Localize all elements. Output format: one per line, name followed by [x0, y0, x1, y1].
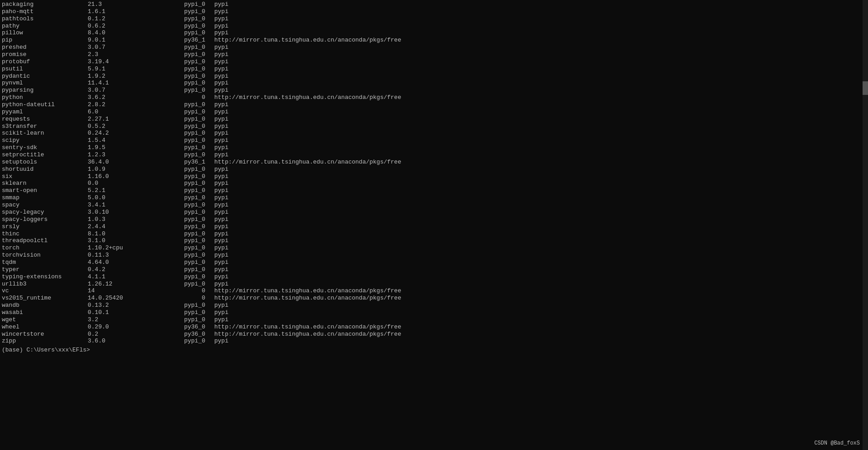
list-item: s3transfer0.5.2pypi_0pypi — [2, 123, 866, 130]
list-item: psutil5.9.1pypi_0pypi — [2, 66, 866, 73]
list-item: pathtools0.1.2pypi_0pypi — [2, 15, 866, 23]
list-item: urllib31.26.12pypi_0pypi — [2, 281, 866, 288]
scrollbar-thumb[interactable] — [863, 81, 868, 95]
list-item: sklearn0.0pypi_0pypi — [2, 180, 866, 187]
list-item: pillow8.4.0pypi_0pypi — [2, 29, 866, 37]
list-item: shortuuid1.0.9pypi_0pypi — [2, 166, 866, 173]
list-item: pathy0.6.2pypi_0pypi — [2, 23, 866, 30]
list-item: typer0.4.2pypi_0pypi — [2, 266, 866, 273]
list-item: scikit-learn0.24.2pypi_0pypi — [2, 130, 866, 137]
list-item: wandb0.13.2pypi_0pypi — [2, 302, 866, 309]
list-item: wincertstore0.2py36_0http://mirror.tuna.… — [2, 331, 866, 338]
list-item: wheel0.29.0py36_0http://mirror.tuna.tsin… — [2, 323, 866, 331]
list-item: spacy3.4.1pypi_0pypi — [2, 202, 866, 209]
terminal-window: packaging21.3pypi_0pypipaho-mqtt1.6.1pyp… — [0, 0, 868, 450]
list-item: vc140http://mirror.tuna.tsinghua.edu.cn/… — [2, 287, 866, 295]
terminal-content: packaging21.3pypi_0pypipaho-mqtt1.6.1pyp… — [0, 0, 868, 346]
watermark: CSDN @Bad_foxS — [814, 440, 860, 446]
scrollbar[interactable] — [863, 0, 868, 450]
list-item: promise2.3pypi_0pypi — [2, 51, 866, 58]
list-item: pydantic1.9.2pypi_0pypi — [2, 73, 866, 80]
list-item: spacy-legacy3.0.10pypi_0pypi — [2, 209, 866, 216]
list-item: threadpoolctl3.1.0pypi_0pypi — [2, 237, 866, 244]
list-item: python-dateutil2.8.2pypi_0pypi — [2, 101, 866, 108]
list-item: packaging21.3pypi_0pypi — [2, 1, 866, 8]
list-item: vs2015_runtime14.0.254200http://mirror.t… — [2, 295, 866, 302]
list-item: thinc8.1.0pypi_0pypi — [2, 230, 866, 238]
list-item: protobuf3.19.4pypi_0pypi — [2, 58, 866, 66]
list-item: setuptools36.4.0py36_1http://mirror.tuna… — [2, 159, 866, 166]
list-item: pyyaml6.0pypi_0pypi — [2, 108, 866, 116]
list-item: srsly2.4.4pypi_0pypi — [2, 223, 866, 230]
list-item: torchvision0.11.3pypi_0pypi — [2, 252, 866, 259]
list-item: pynvml11.4.1pypi_0pypi — [2, 80, 866, 87]
list-item: smmap5.0.0pypi_0pypi — [2, 194, 866, 202]
list-item: torch1.10.2+cpupypi_0pypi — [2, 244, 866, 252]
list-item: preshed3.0.7pypi_0pypi — [2, 44, 866, 51]
list-item: setproctitle1.2.3pypi_0pypi — [2, 151, 866, 159]
list-item: six1.16.0pypi_0pypi — [2, 173, 866, 180]
list-item: typing-extensions4.1.1pypi_0pypi — [2, 273, 866, 281]
list-item: spacy-loggers1.0.3pypi_0pypi — [2, 216, 866, 223]
list-item: pyparsing3.0.7pypi_0pypi — [2, 87, 866, 94]
list-item: pip9.0.1py36_1http://mirror.tuna.tsinghu… — [2, 37, 866, 44]
prompt-line: (base) C:\Users\xxx\EFls> — [0, 347, 868, 353]
list-item: paho-mqtt1.6.1pypi_0pypi — [2, 8, 866, 15]
list-item: wget3.2pypi_0pypi — [2, 316, 866, 323]
list-item: smart-open5.2.1pypi_0pypi — [2, 187, 866, 194]
list-item: tqdm4.64.0pypi_0pypi — [2, 259, 866, 266]
list-item: requests2.27.1pypi_0pypi — [2, 116, 866, 123]
list-item: zipp3.6.0pypi_0pypi — [2, 338, 866, 345]
list-item: scipy1.5.4pypi_0pypi — [2, 137, 866, 144]
list-item: python3.6.20http://mirror.tuna.tsinghua.… — [2, 94, 866, 101]
list-item: sentry-sdk1.9.5pypi_0pypi — [2, 144, 866, 151]
list-item: wasabi0.10.1pypi_0pypi — [2, 309, 866, 316]
